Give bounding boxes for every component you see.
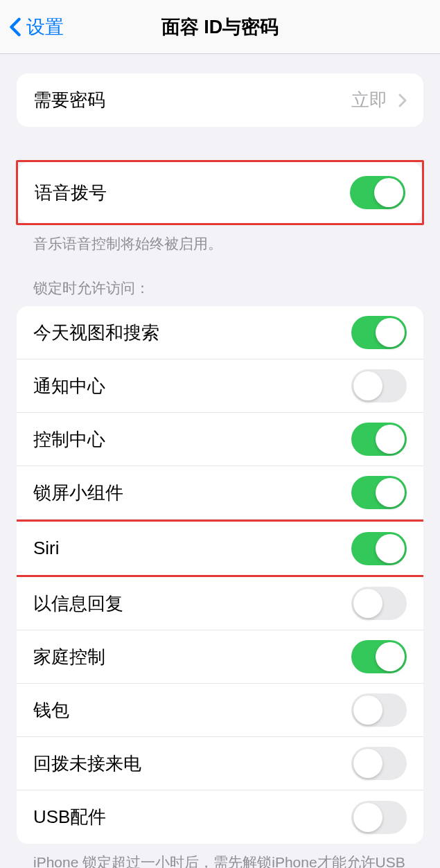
toggle-knob [353,589,382,618]
passcode-group: 需要密码 立即 [17,73,423,127]
allow-row-label: 锁屏小组件 [33,481,123,505]
toggle-knob [353,749,382,778]
toggle-knob [376,318,405,347]
chevron-left-icon [8,17,22,37]
toggle-knob [376,425,405,454]
voice-dial-group: 语音拨号 [18,162,422,223]
allow-row-label: 回拨未接来电 [33,752,141,776]
allow-access-header: 锁定时允许访问： [17,278,423,306]
allow-row-label: 今天视图和搜索 [33,321,159,345]
allow-row-toggle[interactable] [351,316,407,349]
toggle-knob [353,696,382,725]
toggle-knob [353,803,382,832]
toggle-knob [374,178,403,207]
voice-dial-row: 语音拨号 [18,162,422,223]
allow-row-label: 以信息回复 [33,592,123,616]
allow-row-label: 家庭控制 [33,645,105,669]
require-passcode-value: 立即 [351,88,407,112]
toggle-knob [353,371,382,400]
allow-row-toggle[interactable] [351,693,407,727]
allow-row-toggle[interactable] [351,423,407,456]
voice-dial-footer: 音乐语音控制将始终被启用。 [17,225,423,254]
allow-row-toggle[interactable] [351,587,407,620]
allow-row-toggle[interactable] [351,747,407,780]
voice-dial-highlight: 语音拨号 [16,160,424,225]
allow-row: USB配件 [17,790,423,844]
toggle-knob [376,478,405,507]
navigation-bar: 设置 面容 ID与密码 [0,0,440,54]
allow-access-group: 今天视图和搜索通知中心控制中心锁屏小组件Siri以信息回复家庭控制钱包回拨未接来… [17,306,423,844]
allow-row: 控制中心 [17,413,423,466]
allow-row: 锁屏小组件 [17,466,423,520]
allow-row: 通知中心 [17,360,423,413]
allow-row-toggle[interactable] [351,532,407,565]
require-passcode-label: 需要密码 [33,88,105,112]
voice-dial-toggle[interactable] [350,176,405,209]
allow-row-label: Siri [33,538,60,559]
allow-row-toggle[interactable] [351,369,407,402]
allow-row-label: USB配件 [33,805,106,829]
allow-row: 钱包 [17,684,423,737]
allow-row-label: 控制中心 [33,427,105,452]
voice-dial-label: 语音拨号 [35,181,107,205]
back-label: 设置 [26,15,64,39]
chevron-right-icon [398,94,407,107]
allow-row: 以信息回复 [17,577,423,630]
allow-row-label: 通知中心 [33,374,105,398]
allow-row-toggle[interactable] [351,640,407,673]
allow-row-toggle[interactable] [351,801,407,834]
allow-row: 今天视图和搜索 [17,306,423,360]
require-passcode-row[interactable]: 需要密码 立即 [17,73,423,127]
allow-row-toggle[interactable] [351,476,407,509]
back-button[interactable]: 设置 [8,15,64,39]
allow-row: 回拨未接来电 [17,737,423,790]
allow-row: Siri [17,522,423,575]
toggle-knob [376,534,405,563]
allow-access-footer: iPhone 锁定超过一小时后，需先解锁iPhone才能允许USB 配件连接。 [17,844,423,868]
page-title: 面容 ID与密码 [161,15,279,39]
allow-row: 家庭控制 [17,630,423,684]
toggle-knob [376,642,405,671]
siri-highlight: Siri [17,520,423,577]
allow-row-label: 钱包 [33,698,69,723]
